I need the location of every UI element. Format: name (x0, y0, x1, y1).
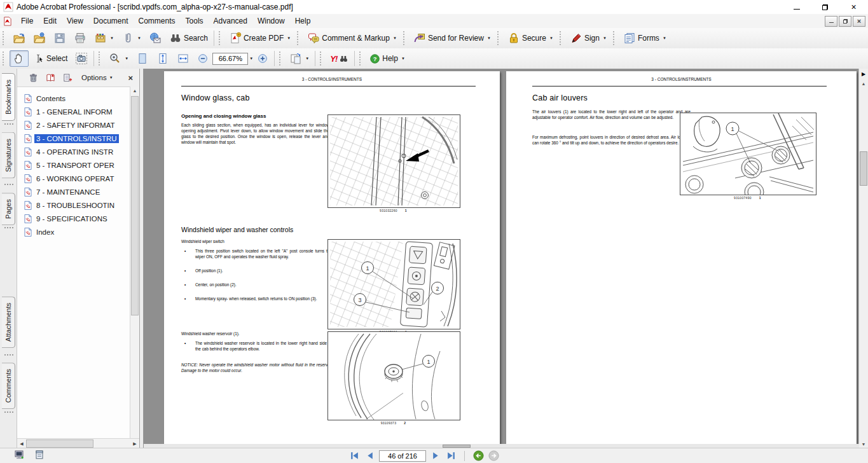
menu-tools[interactable]: Tools (181, 15, 209, 27)
tab-bookmarks[interactable]: Bookmarks (2, 73, 15, 121)
secure-button[interactable]: Secure ▼ (504, 30, 556, 46)
scroll-up-icon[interactable]: ▲ (859, 79, 868, 88)
tab-comments[interactable]: Comments (2, 363, 15, 409)
zoom-in-button[interactable] (254, 51, 272, 66)
menu-comments[interactable]: Comments (134, 15, 181, 27)
bullet-list: •This three position switch located on t… (181, 248, 332, 310)
doc-restore-button[interactable] (839, 16, 851, 27)
screen-mode-icon[interactable] (14, 450, 24, 462)
last-page-button[interactable] (445, 450, 457, 462)
email-button[interactable] (146, 30, 165, 46)
toolbar-grip[interactable] (497, 31, 500, 45)
next-page-button[interactable] (430, 450, 441, 462)
save-button[interactable] (50, 30, 69, 46)
zoom-level-caret-icon[interactable]: ▼ (249, 57, 253, 60)
bookmarks-options-button[interactable]: Options ▼ (81, 74, 113, 81)
zoom-out-button[interactable] (194, 51, 212, 66)
status-bar (0, 448, 868, 463)
toolbar-grip[interactable] (3, 52, 6, 66)
bookmarks-vertical-scrollbar[interactable]: ▲ (130, 86, 139, 439)
document-status-icon[interactable] (34, 450, 45, 462)
document-vertical-scrollbar[interactable]: ▶ ▲ ▼ (858, 69, 868, 448)
toolbar-grip[interactable] (320, 52, 323, 66)
menu-file[interactable]: File (16, 15, 38, 27)
actual-size-button[interactable] (133, 50, 152, 67)
organizer-button[interactable]: ▼ (91, 30, 117, 46)
toolbar-grip[interactable] (403, 31, 406, 45)
send-for-review-button[interactable]: Send for Review ▼ (410, 30, 494, 46)
open-from-web-button[interactable] (30, 30, 49, 46)
new-bookmark-button[interactable] (63, 73, 72, 83)
tab-signatures[interactable]: Signatures (2, 132, 15, 179)
previous-page-button[interactable] (364, 450, 375, 462)
bookmark-item[interactable]: 3 - CONTROLS/INSTRU (17, 132, 130, 145)
toolbar-grip[interactable] (613, 31, 616, 45)
delete-bookmark-button[interactable] (29, 73, 38, 83)
next-view-button[interactable] (488, 450, 499, 462)
menu-window[interactable]: Window (252, 15, 290, 27)
bookmark-item[interactable]: 4 - OPERATING INSTR (17, 145, 130, 158)
bookmark-item[interactable]: 6 - WORKING OPERAT (17, 172, 130, 185)
bookmark-item[interactable]: Contents (17, 92, 130, 105)
bookmark-item[interactable]: 9 - SPECIFICATIONS (17, 212, 130, 225)
pdf-bookmark-icon (24, 134, 32, 143)
scroll-down-icon[interactable]: ▼ (859, 439, 868, 448)
menu-advanced[interactable]: Advanced (209, 15, 252, 27)
fit-page-button[interactable] (153, 50, 172, 67)
toolbar-grip[interactable] (99, 52, 102, 66)
toolbar-grip[interactable] (359, 52, 362, 66)
toolbar-grip[interactable] (297, 31, 300, 45)
toolbar-grip[interactable] (3, 31, 6, 45)
menu-help[interactable]: Help (290, 15, 316, 27)
bookmarks-horizontal-scrollbar[interactable]: ◀ ▶ (17, 438, 139, 448)
restore-button[interactable] (811, 0, 839, 14)
open-button[interactable] (10, 30, 29, 46)
scroll-up-icon[interactable]: ▲ (130, 86, 139, 95)
first-page-button[interactable] (348, 450, 360, 462)
tab-attachments[interactable]: Attachments (2, 296, 15, 348)
bookmark-item[interactable]: Index (17, 225, 130, 238)
document-scroll-thumb[interactable] (860, 151, 867, 186)
bookmark-item[interactable]: 8 - TROUBLESHOOTIN (17, 198, 130, 212)
help-button[interactable]: ? Help ▼ (366, 52, 408, 66)
snapshot-tool-button[interactable] (72, 50, 91, 67)
page-number-input[interactable] (379, 450, 426, 462)
expand-current-bookmark-button[interactable] (46, 73, 55, 83)
scroll-right-icon[interactable]: ▶ (130, 441, 139, 446)
attach-button[interactable]: ▼ (118, 30, 144, 46)
zoom-level-field[interactable]: 66.67% (212, 53, 248, 65)
hand-tool-button[interactable] (10, 50, 29, 67)
zoom-tool-button[interactable]: ▼ (106, 50, 132, 67)
scroll-left-icon[interactable]: ◀ (17, 441, 26, 446)
forms-button[interactable]: Forms ▼ (620, 30, 670, 46)
doc-minimize-button[interactable] (825, 16, 837, 27)
bookmark-item[interactable]: 1 - GENERAL INFORM (17, 105, 130, 118)
toolbar-grip[interactable] (219, 31, 222, 45)
collapse-pane-icon[interactable]: ▶ (859, 69, 868, 79)
bookmarks-hscroll-thumb[interactable] (26, 439, 93, 448)
page-layout-button[interactable]: ▼ (286, 50, 312, 67)
tab-pages[interactable]: Pages (2, 193, 15, 225)
bookmark-item[interactable]: 5 - TRANSPORT OPER (17, 158, 130, 172)
yahoo-search-button[interactable]: Y! (327, 52, 352, 66)
close-button[interactable]: × (839, 0, 868, 14)
search-button[interactable]: Search (166, 30, 211, 46)
print-button[interactable] (71, 30, 90, 46)
sign-button[interactable]: Sign ▼ (567, 30, 610, 46)
menu-edit[interactable]: Edit (38, 15, 62, 27)
minimize-button[interactable] (782, 0, 811, 14)
toolbar-grip[interactable] (560, 31, 563, 45)
menu-document[interactable]: Document (88, 15, 134, 27)
doc-close-button[interactable]: × (853, 16, 865, 27)
bookmark-item[interactable]: 2 - SAFETY INFORMAT (17, 118, 130, 132)
bookmarks-scroll-thumb[interactable] (131, 96, 139, 315)
fit-width-button[interactable] (174, 50, 193, 67)
create-pdf-button[interactable]: Create PDF ▼ (226, 30, 294, 46)
bookmark-item[interactable]: 7 - MAINTENANCE (17, 185, 130, 198)
comment-markup-button[interactable]: Comment & Markup ▼ (304, 30, 400, 46)
select-tool-button[interactable]: Select (30, 51, 71, 66)
menu-view[interactable]: View (62, 15, 88, 27)
toolbar-grip[interactable] (279, 52, 282, 66)
bookmarks-close-button[interactable]: × (128, 73, 133, 83)
previous-view-button[interactable] (472, 450, 484, 462)
